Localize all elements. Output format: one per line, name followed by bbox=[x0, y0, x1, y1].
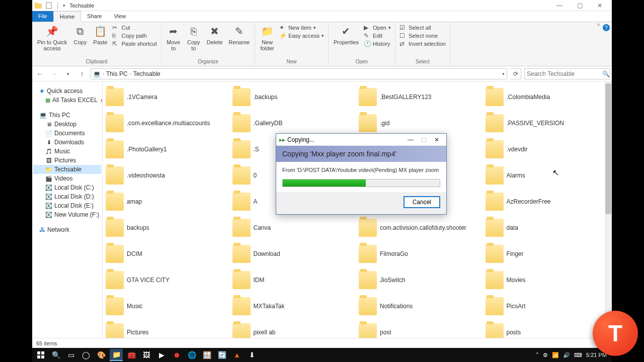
new-folder-button[interactable]: 📁New folder bbox=[258, 23, 276, 52]
nav-item[interactable]: ⬇Downloads bbox=[33, 138, 101, 147]
tray-app-icon[interactable]: ⚙ bbox=[543, 352, 548, 358]
task-explorer[interactable]: 📁 bbox=[110, 349, 123, 361]
nav-item[interactable]: 🎬Videos bbox=[33, 174, 101, 183]
tab-share[interactable]: Share bbox=[81, 11, 108, 22]
nav-this-pc[interactable]: 💻This PC bbox=[33, 109, 101, 120]
folder-item[interactable]: amap bbox=[106, 191, 229, 212]
folder-item[interactable]: IDM bbox=[232, 269, 356, 291]
folder-item[interactable]: .videoshowsta bbox=[106, 165, 229, 186]
nav-item[interactable]: 🖼Pictures bbox=[33, 156, 101, 165]
folder-item[interactable]: posts bbox=[486, 322, 609, 338]
scrollbar[interactable] bbox=[605, 81, 612, 338]
refresh-button[interactable]: ⟳ bbox=[510, 68, 521, 79]
minimize-button[interactable]: ― bbox=[549, 1, 570, 11]
dialog-maximize-button[interactable]: ▢ bbox=[417, 135, 430, 145]
nav-item[interactable]: 💽Local Disk (E:) bbox=[33, 201, 101, 210]
folder-item[interactable]: .ColombiaMedia bbox=[486, 86, 609, 108]
folder-item[interactable]: Download bbox=[232, 243, 356, 264]
nav-item[interactable]: 💽Local Disk (C:) bbox=[33, 183, 101, 192]
folder-item[interactable]: .com.excelliance.multiaccounts bbox=[106, 113, 229, 134]
folder-item[interactable]: Canva bbox=[232, 217, 356, 238]
nav-item[interactable]: 🖥Desktop bbox=[33, 120, 101, 129]
tab-home[interactable]: Home bbox=[53, 11, 81, 22]
dialog-minimize-button[interactable]: ― bbox=[404, 135, 417, 145]
properties-button[interactable]: ✔Properties bbox=[332, 23, 361, 46]
copy-to-button[interactable]: ⎘Copy to bbox=[185, 23, 203, 52]
folder-item[interactable]: JioSwitch bbox=[359, 269, 482, 291]
task-app-6[interactable]: 🔄 bbox=[215, 349, 228, 361]
tray-language-icon[interactable]: ⌨ bbox=[574, 352, 582, 358]
task-app-5[interactable]: 🪟 bbox=[200, 349, 213, 361]
move-to-button[interactable]: ➦Move to bbox=[165, 23, 183, 52]
task-app-7[interactable]: ⬇ bbox=[246, 349, 259, 361]
folder-item[interactable]: Notifications bbox=[359, 296, 482, 317]
folder-item[interactable]: .PASSIVE_VERSION bbox=[486, 113, 609, 134]
tray-chevron-icon[interactable]: ˄ bbox=[536, 352, 539, 358]
help-icon[interactable]: ? bbox=[603, 24, 610, 31]
nav-forward-button[interactable]: → bbox=[48, 68, 59, 79]
task-vlc[interactable]: ▲ bbox=[230, 349, 244, 361]
tray-network-icon[interactable]: 📶 bbox=[552, 352, 559, 358]
folder-item[interactable]: Finger bbox=[486, 243, 609, 264]
breadcrumb[interactable]: 💻 › This PC › Techsable ▾ bbox=[91, 68, 507, 79]
edit-button[interactable]: ✎Edit bbox=[364, 32, 391, 39]
nav-item-alltasks[interactable]: ▦All Tasks EXCEL📌 bbox=[33, 96, 101, 105]
scrollbar-thumb[interactable] bbox=[605, 83, 611, 214]
folder-item[interactable]: .vdevdir bbox=[486, 139, 609, 160]
crumb-dropdown-icon[interactable]: ▾ bbox=[502, 71, 505, 76]
folder-item[interactable]: GTA VICE CITY bbox=[106, 269, 229, 291]
task-app-2[interactable]: 🧰 bbox=[125, 349, 138, 361]
cortana-button[interactable]: ◯ bbox=[79, 349, 93, 361]
nav-item[interactable]: 🎵Music bbox=[33, 147, 101, 156]
folder-item[interactable]: .GalleryDB bbox=[232, 113, 356, 134]
folder-item[interactable]: Pictures bbox=[106, 322, 229, 338]
new-item-button[interactable]: ✦New item ▾ bbox=[279, 24, 324, 31]
tab-file[interactable]: File bbox=[32, 11, 53, 22]
search-input[interactable] bbox=[527, 70, 602, 77]
folder-item[interactable]: DCIM bbox=[106, 243, 229, 264]
nav-item[interactable]: 💽Local Disk (D:) bbox=[33, 192, 101, 201]
qat-properties-icon[interactable] bbox=[45, 2, 53, 10]
task-chrome[interactable]: 🌐 bbox=[185, 349, 198, 361]
crumb-folder[interactable]: Techsable bbox=[133, 70, 160, 77]
taskview-button[interactable]: ▭ bbox=[64, 349, 77, 361]
nav-quick-access[interactable]: ★Quick access bbox=[33, 84, 101, 96]
system-tray[interactable]: ˄ ⚙ 📶 🔊 ⌨ 5:21 PM bbox=[536, 352, 610, 358]
crumb-thispc[interactable]: This PC bbox=[106, 70, 128, 77]
paste-button[interactable]: 📋Paste bbox=[91, 23, 109, 46]
start-button[interactable] bbox=[34, 349, 47, 361]
search-box[interactable]: 🔍 bbox=[524, 68, 610, 79]
close-button[interactable]: ✕ bbox=[590, 1, 610, 11]
search-button[interactable]: 🔍 bbox=[49, 349, 62, 361]
nav-recent-dropdown[interactable]: ▾ bbox=[62, 68, 73, 79]
folder-item[interactable]: .backups bbox=[232, 86, 356, 108]
copy-path-button[interactable]: ⎘Copy path bbox=[112, 32, 156, 39]
folder-item[interactable]: MXTakaTak bbox=[232, 296, 356, 317]
qat-dropdown-icon[interactable]: ▾ bbox=[63, 3, 65, 8]
task-app-3[interactable]: 🖼 bbox=[140, 349, 153, 361]
nav-back-button[interactable]: ← bbox=[34, 68, 45, 79]
folder-item[interactable]: backups bbox=[106, 217, 229, 238]
paste-shortcut-button[interactable]: ⇱Paste shortcut bbox=[112, 40, 156, 47]
folder-item[interactable]: .gid bbox=[359, 113, 482, 134]
invert-selection-button[interactable]: ⇄Invert selection bbox=[399, 40, 446, 47]
folder-item[interactable]: data bbox=[486, 217, 609, 238]
tray-volume-icon[interactable]: 🔊 bbox=[563, 352, 570, 358]
maximize-button[interactable]: ▢ bbox=[570, 1, 590, 11]
nav-item[interactable]: 💽New Volume (F:) bbox=[33, 210, 101, 219]
folder-item[interactable]: pixell ab bbox=[232, 322, 356, 338]
task-app-4[interactable]: ▶ bbox=[155, 349, 168, 361]
folder-item[interactable]: .PhotoGallery1 bbox=[106, 139, 229, 160]
folder-item[interactable]: Movies bbox=[486, 269, 609, 291]
nav-network[interactable]: 🖧Network bbox=[33, 223, 101, 234]
folder-item[interactable]: Music bbox=[106, 296, 229, 317]
dialog-close-button[interactable]: ✕ bbox=[430, 135, 443, 145]
delete-button[interactable]: ✖Delete bbox=[205, 23, 225, 46]
folder-item[interactable]: .1VCamera bbox=[106, 86, 229, 108]
folder-item[interactable]: FilmoraGo bbox=[359, 243, 482, 264]
open-button[interactable]: ▶Open ▾ bbox=[364, 24, 391, 31]
pin-quick-access-button[interactable]: 📌Pin to Quick access bbox=[35, 23, 69, 52]
cut-button[interactable]: ✂Cut bbox=[112, 24, 156, 31]
rename-button[interactable]: ✎Rename bbox=[227, 23, 252, 46]
nav-item[interactable]: 📁Techsable bbox=[33, 165, 101, 174]
